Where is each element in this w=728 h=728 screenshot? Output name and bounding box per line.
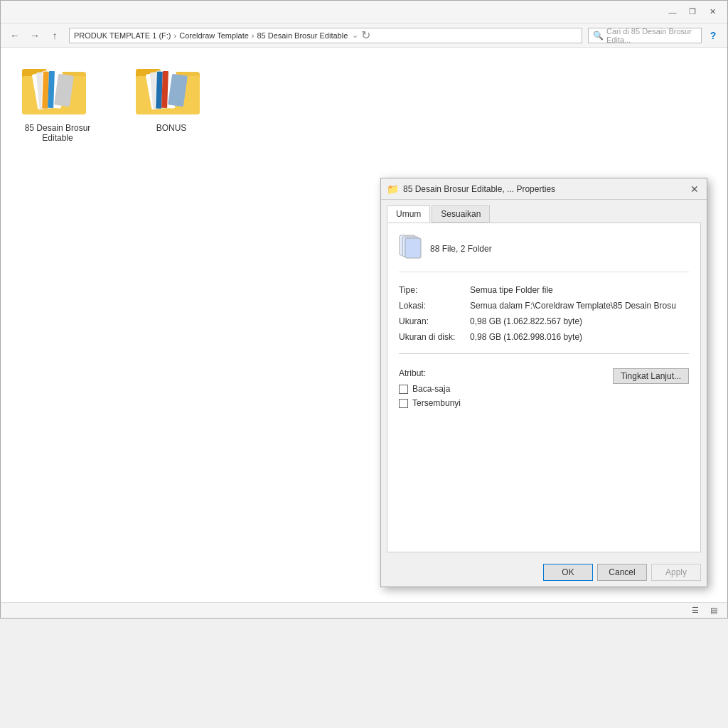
folder-icon-1 <box>22 62 93 119</box>
dialog-title-content: 📁 85 Desain Brosur Editable, ... Propert… <box>387 183 555 195</box>
address-dropdown-icon[interactable]: ⌄ <box>352 31 358 40</box>
svg-rect-20 <box>405 238 421 258</box>
forward-button[interactable]: → <box>26 27 43 44</box>
attr-label-bacasaja: Baca-saja <box>412 384 450 394</box>
dialog-tabs: Umum Sesuaikan <box>381 200 707 223</box>
close-button[interactable]: ✕ <box>703 5 722 19</box>
dialog-folder-icon: 📁 <box>387 183 399 195</box>
dialog-title-text: 85 Desain Brosur Editable, ... Propertie… <box>403 184 555 194</box>
folder-item-2[interactable]: BONUS <box>129 62 214 133</box>
file-count-text: 88 File, 2 Folder <box>430 244 492 254</box>
prop-label-lokasi: Lokasi: <box>399 298 470 314</box>
up-button[interactable]: ↑ <box>46 27 63 44</box>
explorer-toolbar: ← → ↑ PRODUK TEMPLATE 1 (F:) › Coreldraw… <box>1 23 727 48</box>
prop-row-ukuran: Ukuran: 0,98 GB (1.062.822.567 byte) <box>399 314 689 329</box>
details-view-button[interactable]: ☰ <box>687 604 703 617</box>
folder-item-1[interactable]: 85 Desain Brosur Editable <box>15 62 100 143</box>
cancel-button[interactable]: Cancel <box>597 564 647 581</box>
breadcrumb-sep1: › <box>174 31 177 40</box>
checkbox-tersembunyi[interactable] <box>399 399 408 408</box>
search-box[interactable]: 🔍 Cari di 85 Desain Brosur Edita... <box>588 28 702 43</box>
checkbox-bacasaja[interactable] <box>399 385 408 394</box>
titlebar-controls: — ❐ ✕ <box>663 5 722 19</box>
prop-label-disk: Ukuran di disk: <box>399 329 470 345</box>
help-button[interactable]: ? <box>705 27 722 44</box>
bottom-area <box>0 619 728 728</box>
prop-row-tipe: Tipe: Semua tipe Folder file <box>399 282 689 298</box>
dialog-titlebar: 📁 85 Desain Brosur Editable, ... Propert… <box>381 178 707 200</box>
properties-dialog: 📁 85 Desain Brosur Editable, ... Propert… <box>380 178 707 587</box>
attr-label-tersembunyi: Tersembunyi <box>412 398 461 408</box>
tab-umum[interactable]: Umum <box>387 205 430 223</box>
breadcrumb-drive: PRODUK TEMPLATE 1 (F:) <box>74 31 171 40</box>
attr-row-tersembunyi: Tersembunyi <box>399 398 461 408</box>
minimize-button[interactable]: — <box>663 5 682 19</box>
restore-button[interactable]: ❐ <box>683 5 702 19</box>
breadcrumb-folder2: 85 Desain Brosur Editable <box>257 31 348 40</box>
prop-row-lokasi: Lokasi: Semua dalam F:\Coreldraw Templat… <box>399 298 689 314</box>
prop-value-ukuran: 0,98 GB (1.062.822.567 byte) <box>470 314 689 329</box>
status-bar: ☰ ▤ <box>1 602 727 618</box>
properties-table: Tipe: Semua tipe Folder file Lokasi: Sem… <box>399 282 689 345</box>
prop-value-disk: 0,98 GB (1.062.998.016 byte) <box>470 329 689 345</box>
prop-label-ukuran: Ukuran: <box>399 314 470 329</box>
dialog-buttons: OK Cancel Apply <box>381 558 707 587</box>
explorer-titlebar: — ❐ ✕ <box>1 1 727 23</box>
ok-button[interactable]: OK <box>543 564 593 581</box>
breadcrumb-folder1: Coreldraw Template <box>179 31 249 40</box>
prop-value-tipe: Semua tipe Folder file <box>470 282 689 298</box>
file-icon <box>399 235 422 263</box>
prop-label-tipe: Tipe: <box>399 282 470 298</box>
folder-label-2: BONUS <box>156 123 187 133</box>
attr-row-bacasaja: Baca-saja <box>399 384 461 394</box>
tab-sesuaikan[interactable]: Sesuaikan <box>432 205 490 223</box>
address-refresh-icon[interactable]: ↻ <box>361 28 370 42</box>
prop-value-lokasi: Semua dalam F:\Coreldraw Template\85 Des… <box>470 298 689 314</box>
advanced-button[interactable]: Tingkat Lanjut... <box>613 368 689 384</box>
apply-button[interactable]: Apply <box>651 564 701 581</box>
attributes-section: Atribut: Baca-saja Tersembunyi Tingkat L… <box>399 363 689 412</box>
folder-icon-2 <box>136 62 207 119</box>
attributes-label: Atribut: <box>399 368 461 378</box>
dialog-spacer <box>399 412 689 540</box>
search-placeholder: Cari di 85 Desain Brosur Edita... <box>606 27 697 44</box>
address-bar[interactable]: PRODUK TEMPLATE 1 (F:) › Coreldraw Templ… <box>69 28 582 43</box>
search-icon: 🔍 <box>593 31 604 41</box>
file-icon-row: 88 File, 2 Folder <box>399 235 689 272</box>
breadcrumb-sep2: › <box>252 31 255 40</box>
folder-label-1: 85 Desain Brosur Editable <box>15 123 100 143</box>
back-button[interactable]: ← <box>6 27 23 44</box>
dialog-content: 88 File, 2 Folder Tipe: Semua tipe Folde… <box>387 223 701 552</box>
large-icons-button[interactable]: ▤ <box>706 604 722 617</box>
dialog-close-button[interactable]: ✕ <box>688 183 701 196</box>
prop-row-disk: Ukuran di disk: 0,98 GB (1.062.998.016 b… <box>399 329 689 345</box>
